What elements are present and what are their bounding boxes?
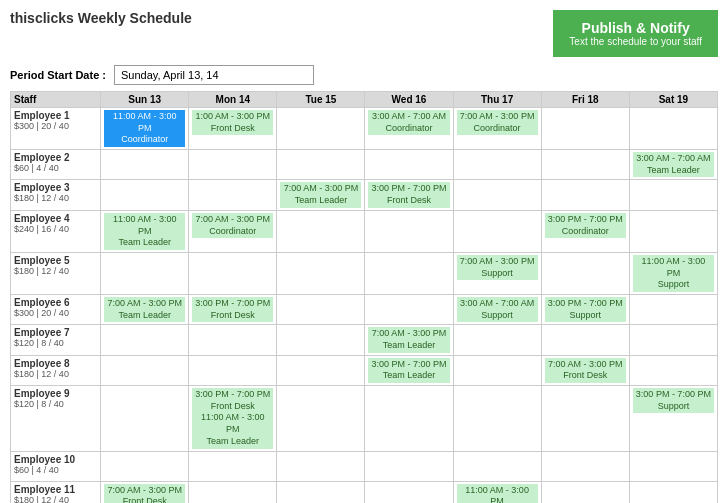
table-row: Employee 1$300 | 20 / 4011:00 AM - 3:00 … — [11, 108, 718, 150]
cell-fri — [541, 481, 629, 503]
col-mon: Mon 14 — [189, 92, 277, 108]
cell-tue — [277, 451, 365, 481]
cell-sat — [629, 180, 717, 210]
staff-info: $60 | 4 / 40 — [14, 163, 97, 173]
cell-fri — [541, 180, 629, 210]
cell-tue — [277, 325, 365, 355]
cell-tue — [277, 150, 365, 180]
cell-sat — [629, 108, 717, 150]
staff-cell: Employee 8$180 | 12 / 40 — [11, 355, 101, 385]
table-row: Employee 11$180 | 12 / 407:00 AM - 3:00 … — [11, 481, 718, 503]
cell-thu — [453, 355, 541, 385]
staff-info: $300 | 20 / 40 — [14, 121, 97, 131]
cell-sun: 11:00 AM - 3:00 PMTeam Leader — [101, 210, 189, 252]
period-label: Period Start Date : — [10, 69, 106, 81]
cell-sat — [629, 481, 717, 503]
cell-thu — [453, 150, 541, 180]
shift-block: 7:00 AM - 3:00 PMTeam Leader — [104, 297, 185, 322]
cell-sat — [629, 325, 717, 355]
shift-block: 7:00 AM - 3:00 PMFront Desk — [104, 484, 185, 504]
staff-cell: Employee 6$300 | 20 / 40 — [11, 294, 101, 324]
cell-thu — [453, 386, 541, 451]
cell-mon: 3:00 PM - 7:00 PMFront Desk — [189, 294, 277, 324]
publish-notify-button[interactable]: Publish & Notify Text the schedule to yo… — [553, 10, 718, 57]
shift-block: 11:00 AM - 3:00 PMFront Desk11:00 AM - 3… — [457, 484, 538, 504]
staff-info: $120 | 8 / 40 — [14, 399, 97, 409]
cell-mon — [189, 325, 277, 355]
cell-sat — [629, 294, 717, 324]
staff-info: $240 | 16 / 40 — [14, 224, 97, 234]
cell-sun: 7:00 AM - 3:00 PMTeam Leader — [101, 294, 189, 324]
staff-cell: Employee 4$240 | 16 / 40 — [11, 210, 101, 252]
cell-mon: 3:00 PM - 7:00 PMFront Desk11:00 AM - 3:… — [189, 386, 277, 451]
cell-fri: 3:00 PM - 7:00 PMSupport — [541, 294, 629, 324]
cell-sun — [101, 180, 189, 210]
cell-mon: 1:00 AM - 3:00 PMFront Desk — [189, 108, 277, 150]
col-sat: Sat 19 — [629, 92, 717, 108]
shift-block: 11:00 AM - 3:00 PMTeam Leader — [104, 213, 185, 250]
cell-sat: 3:00 PM - 7:00 PMSupport — [629, 386, 717, 451]
cell-sat: 11:00 AM - 3:00 PMSupport — [629, 252, 717, 294]
shift-block: 7:00 AM - 3:00 PMCoordinator — [192, 213, 273, 238]
staff-name: Employee 3 — [14, 182, 97, 193]
cell-thu: 3:00 AM - 7:00 AMSupport — [453, 294, 541, 324]
shift-block: 7:00 AM - 3:00 PMTeam Leader — [368, 327, 449, 352]
cell-tue — [277, 355, 365, 385]
staff-name: Employee 4 — [14, 213, 97, 224]
cell-sat: 3:00 AM - 7:00 AMTeam Leader — [629, 150, 717, 180]
staff-info: $300 | 20 / 40 — [14, 308, 97, 318]
col-tue: Tue 15 — [277, 92, 365, 108]
cell-tue — [277, 108, 365, 150]
cell-thu — [453, 180, 541, 210]
shift-block: 3:00 PM - 7:00 PMSupport — [633, 388, 714, 413]
table-row: Employee 3$180 | 12 / 407:00 AM - 3:00 P… — [11, 180, 718, 210]
cell-wed — [365, 451, 453, 481]
cell-wed — [365, 386, 453, 451]
cell-fri — [541, 325, 629, 355]
cell-wed — [365, 150, 453, 180]
cell-sat — [629, 355, 717, 385]
col-wed: Wed 16 — [365, 92, 453, 108]
cell-wed: 3:00 AM - 7:00 AMCoordinator — [365, 108, 453, 150]
cell-tue — [277, 294, 365, 324]
shift-block: 3:00 AM - 7:00 AMTeam Leader — [633, 152, 714, 177]
cell-wed — [365, 481, 453, 503]
cell-mon — [189, 180, 277, 210]
staff-cell: Employee 7$120 | 8 / 40 — [11, 325, 101, 355]
shift-block: 7:00 AM - 3:00 PMCoordinator — [457, 110, 538, 135]
publish-button-title: Publish & Notify — [569, 20, 702, 36]
col-staff: Staff — [11, 92, 101, 108]
shift-block: 3:00 PM - 7:00 PMFront Desk — [192, 297, 273, 322]
cell-mon — [189, 451, 277, 481]
col-fri: Fri 18 — [541, 92, 629, 108]
period-start-input[interactable] — [114, 65, 314, 85]
cell-wed: 7:00 AM - 3:00 PMTeam Leader — [365, 325, 453, 355]
staff-name: Employee 1 — [14, 110, 97, 121]
shift-block: 3:00 AM - 7:00 AMCoordinator — [368, 110, 449, 135]
cell-fri: 3:00 PM - 7:00 PMCoordinator — [541, 210, 629, 252]
staff-info: $60 | 4 / 40 — [14, 465, 97, 475]
shift-block: 7:00 AM - 3:00 PMTeam Leader — [280, 182, 361, 207]
staff-info: $180 | 12 / 40 — [14, 495, 97, 504]
staff-name: Employee 6 — [14, 297, 97, 308]
cell-tue — [277, 252, 365, 294]
staff-name: Employee 8 — [14, 358, 97, 369]
shift-block: 3:00 PM - 7:00 PMCoordinator — [545, 213, 626, 238]
cell-sat — [629, 210, 717, 252]
staff-cell: Employee 5$180 | 12 / 40 — [11, 252, 101, 294]
cell-sun — [101, 150, 189, 180]
shift-block: 7:00 AM - 3:00 PMFront Desk — [545, 358, 626, 383]
cell-mon — [189, 150, 277, 180]
cell-sun: 7:00 AM - 3:00 PMFront Desk — [101, 481, 189, 503]
staff-cell: Employee 10$60 | 4 / 40 — [11, 451, 101, 481]
staff-cell: Employee 2$60 | 4 / 40 — [11, 150, 101, 180]
table-row: Employee 4$240 | 16 / 4011:00 AM - 3:00 … — [11, 210, 718, 252]
cell-thu — [453, 325, 541, 355]
shift-block: 3:00 AM - 7:00 AMSupport — [457, 297, 538, 322]
cell-thu — [453, 210, 541, 252]
shift-block: 3:00 PM - 7:00 PMFront Desk — [368, 182, 449, 207]
cell-tue — [277, 210, 365, 252]
cell-sun — [101, 451, 189, 481]
staff-name: Employee 9 — [14, 388, 97, 399]
staff-name: Employee 5 — [14, 255, 97, 266]
